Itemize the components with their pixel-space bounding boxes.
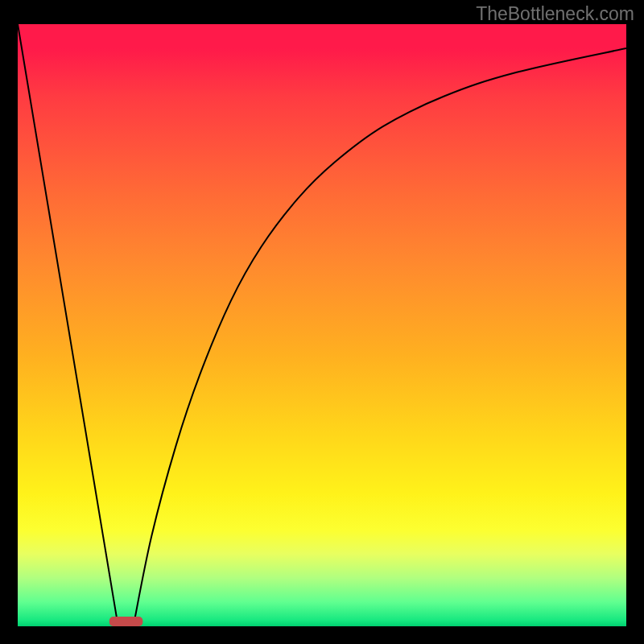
optimal-marker (109, 617, 143, 626)
watermark-text: TheBottleneck.com (476, 3, 634, 25)
plot-area (18, 24, 626, 626)
curve-layer (18, 24, 626, 626)
chart-container: TheBottleneck.com (0, 0, 644, 644)
bottleneck-curve-right (134, 48, 626, 626)
bottleneck-curve-left (18, 24, 118, 626)
